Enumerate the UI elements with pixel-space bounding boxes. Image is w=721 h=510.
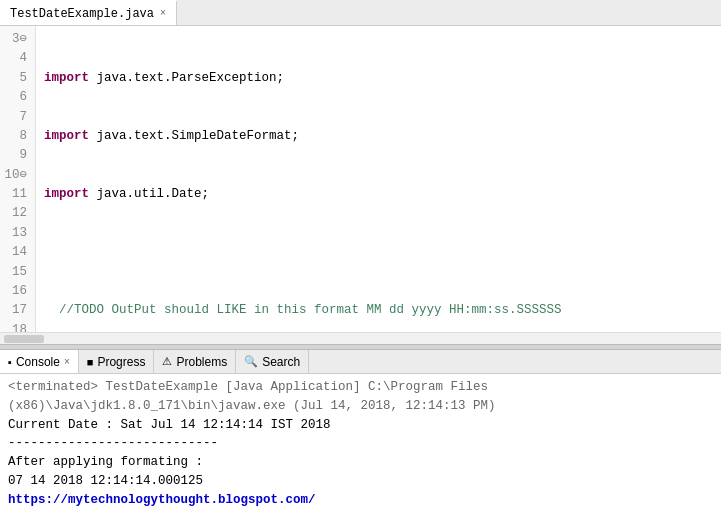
console-tab-close-icon[interactable]: × xyxy=(64,356,70,367)
problems-icon: ⚠ xyxy=(162,355,172,368)
progress-tab-label: Progress xyxy=(97,355,145,369)
line-num-5: 5 xyxy=(4,69,27,88)
line-num-18: 18 xyxy=(4,321,27,332)
console-panel: ▪ Console × ■ Progress ⚠ Problems 🔍 Sear… xyxy=(0,350,721,510)
code-line-5: import java.util.Date; xyxy=(44,185,721,204)
console-tab-search[interactable]: 🔍 Search xyxy=(236,350,309,373)
code-content[interactable]: import java.text.ParseException; import … xyxy=(36,26,721,332)
console-body: <terminated> TestDateExample [Java Appli… xyxy=(0,374,721,510)
console-tab-progress[interactable]: ■ Progress xyxy=(79,350,155,373)
tab-close-icon[interactable]: × xyxy=(160,8,166,19)
code-line-3: import java.text.ParseException; xyxy=(44,69,721,88)
line-num-3: 3⊖ xyxy=(4,30,27,49)
line-num-11: 11 xyxy=(4,185,27,204)
code-line-4: import java.text.SimpleDateFormat; xyxy=(44,127,721,146)
line-num-6: 6 xyxy=(4,88,27,107)
line-num-17: 17 xyxy=(4,301,27,320)
line-numbers: 3⊖ 4 5 6 7 8 9 10⊖ 11 12 13 14 15 16 17 … xyxy=(0,26,36,332)
progress-icon: ■ xyxy=(87,356,94,368)
console-output-line-3: After applying formating : xyxy=(8,453,713,472)
console-blog-link[interactable]: https://mytechnologythought.blogspot.com… xyxy=(8,491,713,510)
code-area: 3⊖ 4 5 6 7 8 9 10⊖ 11 12 13 14 15 16 17 … xyxy=(0,26,721,332)
console-output-line-2: ---------------------------- xyxy=(8,434,713,453)
hscroll-thumb[interactable] xyxy=(4,335,44,343)
line-num-8: 8 xyxy=(4,127,27,146)
file-tab-label: TestDateExample.java xyxy=(10,7,154,21)
line-num-10: 10⊖ xyxy=(4,166,27,185)
code-line-7: //TODO OutPut should LIKE in this format… xyxy=(44,301,721,320)
line-num-9: 9 xyxy=(4,146,27,165)
problems-tab-label: Problems xyxy=(176,355,227,369)
console-output-line-4: 07 14 2018 12:14:14.000125 xyxy=(8,472,713,491)
line-num-12: 12 xyxy=(4,204,27,223)
console-terminated-line: <terminated> TestDateExample [Java Appli… xyxy=(8,378,713,416)
blog-link-anchor[interactable]: https://mytechnologythought.blogspot.com… xyxy=(8,493,316,507)
code-editor: 3⊖ 4 5 6 7 8 9 10⊖ 11 12 13 14 15 16 17 … xyxy=(0,26,721,344)
console-tab-problems[interactable]: ⚠ Problems xyxy=(154,350,236,373)
editor-tab-bar: TestDateExample.java × xyxy=(0,0,721,26)
console-icon: ▪ xyxy=(8,356,12,368)
line-num-7: 7 xyxy=(4,108,27,127)
code-line-6 xyxy=(44,243,721,262)
console-output-line-1: Current Date : Sat Jul 14 12:14:14 IST 2… xyxy=(8,416,713,435)
console-tab-label: Console xyxy=(16,355,60,369)
line-num-13: 13 xyxy=(4,224,27,243)
line-num-15: 15 xyxy=(4,263,27,282)
editor-horizontal-scrollbar[interactable] xyxy=(0,332,721,344)
line-num-16: 16 xyxy=(4,282,27,301)
console-tab-console[interactable]: ▪ Console × xyxy=(0,350,79,373)
line-num-4: 4 xyxy=(4,49,27,68)
search-tab-label: Search xyxy=(262,355,300,369)
line-num-14: 14 xyxy=(4,243,27,262)
console-tab-bar: ▪ Console × ■ Progress ⚠ Problems 🔍 Sear… xyxy=(0,350,721,374)
search-icon: 🔍 xyxy=(244,355,258,368)
file-tab[interactable]: TestDateExample.java × xyxy=(0,0,177,25)
